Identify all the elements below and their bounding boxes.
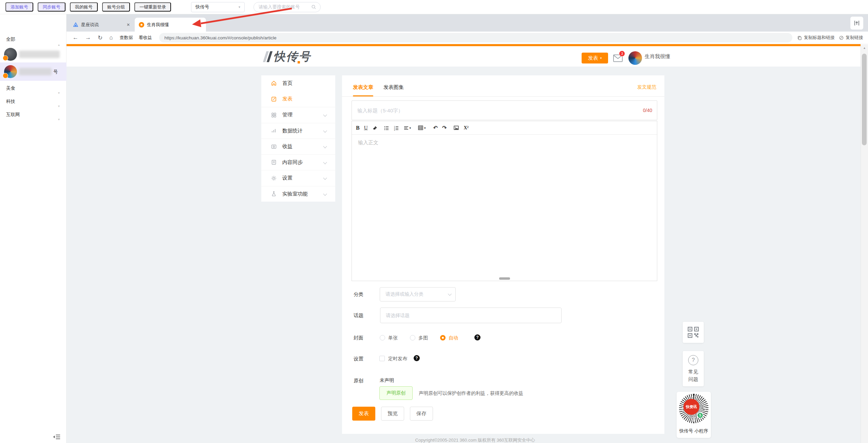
menu-item-settings[interactable]: 设置 <box>261 170 335 186</box>
miniprogram-badge-icon: S <box>697 412 703 419</box>
sidebar-group-food[interactable]: 美食 ▾ <box>0 82 67 95</box>
relogin-button[interactable]: 一键重新登录 <box>134 2 171 12</box>
chevron-down-icon <box>323 113 327 116</box>
eraser-button[interactable] <box>372 125 378 131</box>
grid-icon <box>271 112 277 118</box>
cover-multi-label[interactable]: 多图 <box>418 335 428 341</box>
schedule-help-icon[interactable]: ? <box>414 355 420 361</box>
sync-account-button[interactable]: 同步账号 <box>38 2 65 12</box>
logo-text: 快传号 <box>273 49 311 64</box>
topic-label: 话题 <box>354 312 363 319</box>
link-icon <box>839 35 844 40</box>
undo-button[interactable]: ↶ <box>433 125 438 131</box>
menu-item-income[interactable]: 收益 <box>261 139 335 154</box>
back-icon[interactable]: ← <box>73 34 78 41</box>
add-account-button[interactable]: 添加账号 <box>5 2 33 12</box>
eraser-icon <box>372 125 378 131</box>
cover-auto-radio-selected[interactable] <box>440 335 446 340</box>
publish-button[interactable]: 发表 <box>352 407 375 421</box>
refresh-icon[interactable]: ↻ <box>98 34 102 41</box>
home-icon[interactable]: ⌂ <box>109 34 113 41</box>
superscript-button[interactable]: X² <box>464 125 468 131</box>
header-avatar[interactable] <box>628 51 642 65</box>
sidebar-group-all[interactable]: 全部 ▴ <box>0 32 67 47</box>
account-item-2-selected[interactable]: 号 <box>0 62 67 81</box>
window-panel-button[interactable] <box>850 17 863 30</box>
declare-original-button[interactable]: 声明原创 <box>379 386 413 400</box>
bold-button[interactable]: B <box>356 125 360 131</box>
topic-input[interactable] <box>380 308 562 323</box>
search-icon <box>311 4 316 10</box>
account-group-button[interactable]: 账号分组 <box>102 2 130 12</box>
cover-auto-label[interactable]: 自动 <box>449 335 458 341</box>
table-button[interactable]: ▾ <box>418 125 426 131</box>
editor-toolbar: B U 123 ▾ <box>352 121 657 135</box>
caret-down-icon: ▾ <box>239 5 240 9</box>
underline-button[interactable]: U <box>364 125 368 131</box>
original-status: 未声明 <box>380 377 394 384</box>
sidebar-group-internet[interactable]: 互联网 ▾ <box>0 108 67 121</box>
account-item-1[interactable] <box>0 47 67 62</box>
schedule-label[interactable]: 定时发布 <box>388 356 407 362</box>
page-scrollbar[interactable]: ▴ <box>861 44 868 443</box>
faq-widget[interactable]: ? 常见 问题 <box>683 351 704 386</box>
title-input[interactable] <box>357 108 626 113</box>
category-select[interactable]: 请选择或输入分类 <box>380 287 456 301</box>
platform-select[interactable]: 快传号 ▾ <box>191 2 245 12</box>
svg-text:3: 3 <box>394 129 395 131</box>
preview-button[interactable]: 预览 <box>381 407 404 421</box>
qr-code-widget[interactable] <box>683 322 704 343</box>
miniprogram-widget: 快资讯 S 快传号 小程序 <box>677 392 711 438</box>
copy-link-button[interactable]: 复制链接 <box>839 35 863 41</box>
unread-badge: 3 <box>619 51 625 57</box>
account-search-input[interactable] <box>259 4 311 10</box>
browser-tab-2-active[interactable]: 生肖我很懂 <box>135 18 206 32</box>
chevron-down-icon <box>323 144 327 148</box>
cover-multi-radio[interactable] <box>410 335 415 340</box>
category-placeholder: 请选择或输入分类 <box>385 291 423 297</box>
ordered-list-button[interactable]: 123 <box>394 125 399 131</box>
header-publish-button[interactable]: 发表 ▾ <box>582 53 608 63</box>
redo-button[interactable]: ↷ <box>442 125 447 131</box>
address-bar-input[interactable] <box>165 35 787 40</box>
forward-icon[interactable]: → <box>85 34 91 41</box>
menu-item-manage[interactable]: 管理 <box>261 107 335 123</box>
cover-help-icon[interactable]: ? <box>474 334 480 340</box>
editor-body[interactable]: 输入正文 <box>352 135 657 281</box>
caret-down-icon: ▾ <box>600 56 602 60</box>
bullet-list-button[interactable] <box>384 125 389 131</box>
save-button[interactable]: 保存 <box>410 407 433 421</box>
menu-label: 数据统计 <box>282 128 303 134</box>
cover-single-label[interactable]: 单张 <box>388 335 398 341</box>
menu-item-statistics[interactable]: 数据统计 <box>261 123 335 139</box>
menu-item-publish[interactable]: 发表 <box>261 91 335 107</box>
publishing-rules-link[interactable]: 发文规范 <box>637 84 656 90</box>
cover-label: 封面 <box>354 335 363 341</box>
my-account-button[interactable]: 我的账号 <box>70 2 98 12</box>
menu-item-lab[interactable]: 实验室功能 <box>261 186 335 202</box>
menu-item-home[interactable]: 首页 <box>261 75 335 91</box>
collapse-sidebar-icon[interactable] <box>52 434 61 440</box>
account-search[interactable] <box>253 2 321 12</box>
address-bar[interactable] <box>159 33 792 42</box>
browser-tab-1[interactable]: 星座说说 ✕ <box>69 18 134 32</box>
schedule-checkbox[interactable] <box>379 356 385 361</box>
header-username: 生肖我很懂 <box>645 46 670 67</box>
bookmark-view-data[interactable]: 查数据 <box>120 35 133 41</box>
copy-title-link-button[interactable]: 复制标题和链接 <box>797 35 835 41</box>
bookmark-view-income[interactable]: 看收益 <box>139 35 152 41</box>
faq-label: 常见 问题 <box>683 368 704 383</box>
tab-publish-gallery[interactable]: 发表图集 <box>383 84 404 91</box>
sidebar-group-tech[interactable]: 科技 ▾ <box>0 95 67 108</box>
close-icon[interactable]: ✕ <box>127 22 130 27</box>
scrollbar-thumb[interactable] <box>862 54 867 145</box>
menu-item-content-sync[interactable]: 内容同步 <box>261 154 335 170</box>
editor-hscrollbar-thumb[interactable] <box>499 277 510 280</box>
insert-image-button[interactable] <box>453 125 459 131</box>
scrollbar-up-arrow[interactable]: ▴ <box>861 46 868 50</box>
tabs-divider <box>342 96 664 97</box>
tab-publish-article[interactable]: 发表文章 <box>353 84 373 91</box>
settings-label: 设置 <box>354 356 363 362</box>
align-button[interactable]: ▾ <box>403 125 411 131</box>
cover-single-radio[interactable] <box>380 335 385 340</box>
